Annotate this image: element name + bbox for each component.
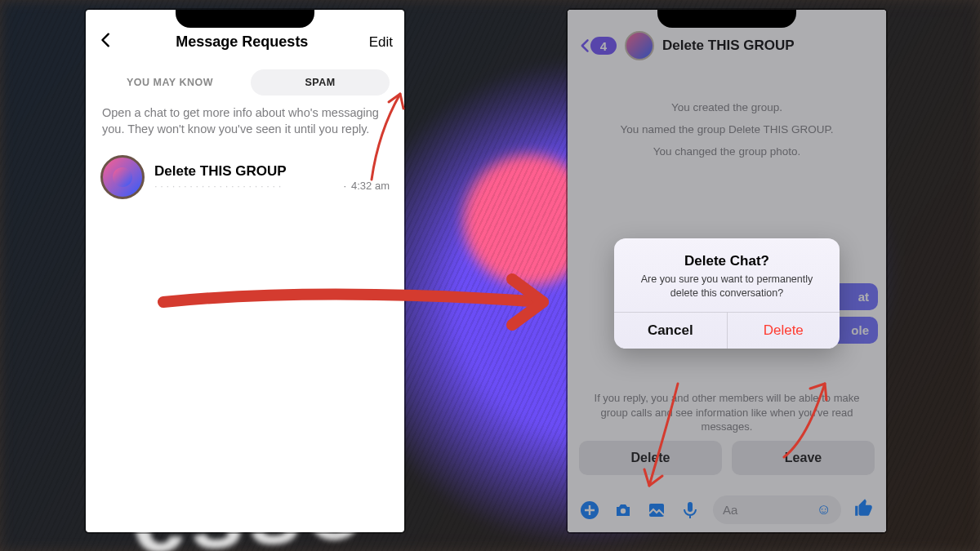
chat-name: Delete THIS GROUP: [154, 163, 390, 180]
phone-delete-chat: 4 Delete THIS GROUP You created the grou…: [568, 10, 886, 532]
alert-body: Delete Chat? Are you sure you want to pe…: [614, 238, 840, 312]
device-notch: [176, 10, 314, 28]
group-avatar: [100, 155, 145, 199]
back-button[interactable]: [97, 29, 115, 55]
alert-buttons: Cancel Delete: [614, 312, 840, 349]
alert-title: Delete Chat?: [629, 253, 825, 269]
tab-you-may-know[interactable]: YOU MAY KNOW: [100, 69, 239, 96]
chat-meta: · · · · · · · · · · · · · · · · · · · · …: [154, 180, 390, 192]
chat-preview-redacted: · · · · · · · · · · · · · · · · · · · · …: [154, 180, 338, 192]
meta-separator: ·: [343, 180, 346, 192]
spam-helper-text: Open a chat to get more info about who's…: [86, 100, 404, 149]
page-title: Message Requests: [176, 33, 308, 51]
chat-time: 4:32 am: [351, 180, 390, 192]
chat-request-item[interactable]: Delete THIS GROUP · · · · · · · · · · · …: [86, 149, 404, 206]
delete-chat-alert: Delete Chat? Are you sure you want to pe…: [614, 238, 840, 349]
request-tabs: YOU MAY KNOW SPAM: [86, 61, 404, 100]
device-notch: [657, 10, 796, 28]
phone-message-requests: Message Requests Edit YOU MAY KNOW SPAM …: [86, 10, 404, 532]
chat-request-info: Delete THIS GROUP · · · · · · · · · · · …: [154, 163, 390, 192]
alert-delete-button[interactable]: Delete: [728, 313, 840, 349]
tab-spam[interactable]: SPAM: [251, 69, 390, 96]
tutorial-canvas: esso Message Requests Edit YOU MAY KNOW …: [0, 0, 980, 551]
edit-button[interactable]: Edit: [369, 34, 393, 51]
alert-cancel-button[interactable]: Cancel: [614, 313, 728, 349]
alert-message: Are you sure you want to permanently del…: [629, 273, 825, 300]
chevron-left-icon: [97, 31, 115, 49]
